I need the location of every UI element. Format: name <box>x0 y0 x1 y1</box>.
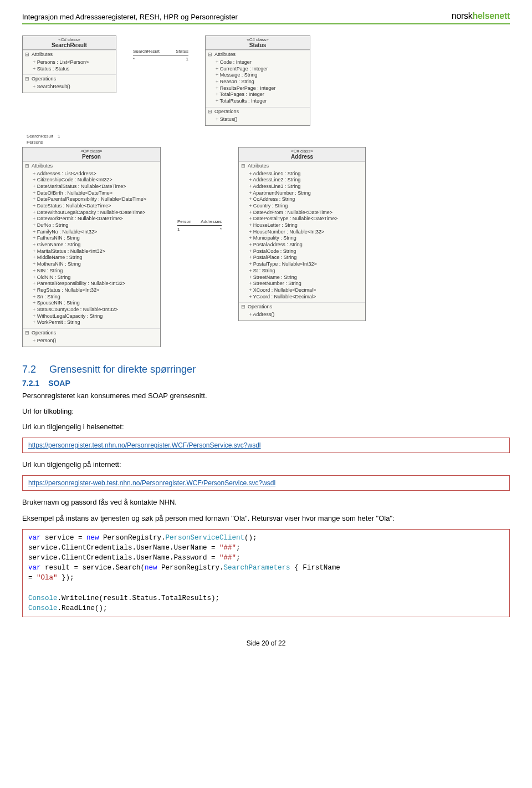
uml-attr: StatusCountyCode : Nullable<Int32> <box>33 307 157 313</box>
uml-operations-label: Operations <box>239 302 365 311</box>
uml-stereo: «C# class» <box>243 149 361 154</box>
uml-operations-label: Operations <box>23 74 116 83</box>
code-text: ; <box>236 554 241 562</box>
code-keyword: var <box>28 534 41 542</box>
uml-operations: Status() <box>206 115 310 125</box>
code-type: PersonServiceClient <box>166 534 245 542</box>
uml-attr: StreetName : String <box>249 274 362 281</box>
uml-class-person: «C# class» Person Attributes Addresses :… <box>22 147 161 347</box>
brand-logo: norskhelsenett <box>452 11 510 21</box>
heading-text: Grensesnitt for direkte spørringer <box>49 364 196 375</box>
uml-attr: CoAddress : String <box>249 196 362 203</box>
uml-attr: PostalAddress : String <box>249 242 362 248</box>
uml-attr: NIN : String <box>33 268 157 274</box>
uml-operations: Person() <box>23 337 160 347</box>
uml-attr: DateWorkPermit : Nullable<DateTime> <box>33 216 157 222</box>
url-box: https://personregister-web.test.nhn.no/P… <box>22 475 510 491</box>
uml-association: SearchResult Status * 1 <box>133 35 188 62</box>
assoc-role: Status <box>176 49 188 54</box>
uml-class-address: «C# class» Address Attributes AddressLin… <box>238 147 366 321</box>
uml-attr: WithoutLegalCapacity : String <box>33 313 157 320</box>
uml-attr: Addresses : List<Address> <box>33 171 157 177</box>
uml-attr: AddressLine1 : String <box>249 171 362 177</box>
uml-attr: AddressLine3 : String <box>249 184 362 190</box>
code-text: service.ClientCredentials.UserName.Passw… <box>28 554 219 562</box>
uml-class-status: «C# class» Status Attributes Code : Inte… <box>205 35 310 126</box>
assoc-mult: 1 <box>58 134 60 139</box>
code-type: Console <box>28 604 58 612</box>
page-title: Integrasjon med Adressseregisteret, RESH… <box>22 13 238 21</box>
uml-attributes: Addresses : List<Address> CitizenshipCod… <box>23 170 160 329</box>
logo-helsenett: helsenett <box>472 11 510 21</box>
uml-attr: PostalType : Nullable<Int32> <box>249 261 362 268</box>
uml-attr: Reason : String <box>216 79 306 85</box>
uml-diagram: «C# class» SearchResult Attributes Perso… <box>22 35 510 347</box>
assoc-mult: 1 <box>177 227 180 232</box>
uml-attr: RegStatus : Nullable<Int32> <box>33 287 157 294</box>
uml-op: Address() <box>249 312 362 318</box>
uml-attr: HouseLetter : String <box>249 222 362 229</box>
uml-attr: Sn : String <box>33 294 157 301</box>
body-text: Brukernavn og passord fås ved å kontakte… <box>22 497 510 507</box>
uml-attr: CurrentPage : Integer <box>216 66 306 73</box>
uml-attr: AddressLine2 : String <box>249 177 362 184</box>
assoc-role: Persons <box>27 140 510 145</box>
logo-norsk: norsk <box>452 11 473 21</box>
uml-op: Status() <box>216 116 306 123</box>
uml-stereo: «C# class» <box>27 149 156 154</box>
heading-number: 7.2 <box>22 364 36 375</box>
uml-attr: DateStatus : Nullable<DateTime> <box>33 203 157 210</box>
uml-attr: ResultsPerPage : Integer <box>216 85 306 92</box>
code-text: service = <box>41 534 87 542</box>
uml-attr: DateMaritalStatus : Nullable<DateTime> <box>33 184 157 190</box>
page-footer: Side 20 of 22 <box>22 639 510 647</box>
uml-attr: SpouseNIN : String <box>33 300 157 307</box>
uml-attr: CitizenshipCode : Nullable<Int32> <box>33 177 157 184</box>
assoc-role: Addresses <box>201 219 222 224</box>
code-string: "##" <box>219 544 236 552</box>
wsdl-link[interactable]: https://personregister-web.test.nhn.no/P… <box>28 479 275 487</box>
uml-attr: DufNo : String <box>33 222 157 229</box>
uml-attr: XCoord : Nullable<Decimal> <box>249 287 362 294</box>
code-string: "Ola" <box>37 574 58 582</box>
uml-attributes: Code : Integer CurrentPage : Integer Mes… <box>206 58 310 107</box>
uml-attr: DateOfBirth : Nullable<DateTime> <box>33 190 157 197</box>
wsdl-link[interactable]: https://personregister.test.nhn.no/Perso… <box>28 441 261 449</box>
uml-attr: Status : Status <box>33 66 112 73</box>
uml-class-name: Status <box>210 42 305 48</box>
uml-attr: DateAdrFrom : Nullable<DateTime> <box>249 210 362 216</box>
code-text: { FirstName <box>290 564 340 572</box>
code-sample: var service = new PersonRegistry.PersonS… <box>22 529 510 617</box>
uml-attr: MaritalStatus : Nullable<Int32> <box>33 248 157 255</box>
uml-attr: St : String <box>249 268 362 274</box>
url-box: https://personregister.test.nhn.no/Perso… <box>22 438 510 453</box>
uml-class-name: Address <box>243 154 361 160</box>
uml-stereo: «C# class» <box>27 37 111 42</box>
uml-attr: GivenName : String <box>33 242 157 248</box>
uml-attr: DateParentalResponsibility : Nullable<Da… <box>33 196 157 203</box>
uml-attr: MothersNIN : String <box>33 261 157 268</box>
subsection-heading: 7.2.1SOAP <box>22 379 510 388</box>
heading-number: 7.2.1 <box>22 379 39 388</box>
uml-attr: Message : String <box>216 72 306 79</box>
code-keyword: new <box>86 534 99 542</box>
body-text: Personregisteret kan konsumeres med SOAP… <box>22 391 510 401</box>
code-keyword: var <box>28 564 41 572</box>
uml-class-searchresult: «C# class» SearchResult Attributes Perso… <box>22 35 116 93</box>
uml-attr: HouseNumber : Nullable<Int32> <box>249 229 362 236</box>
code-text: PersonRegistry. <box>99 534 166 542</box>
uml-stereo: «C# class» <box>210 37 305 42</box>
code-text: (); <box>244 534 257 542</box>
uml-attributes-label: Attributes <box>239 161 365 170</box>
uml-attr: ParentalResponsibility : Nullable<Int32> <box>33 281 157 287</box>
uml-attr: FathersNIN : String <box>33 235 157 242</box>
uml-operations-label: Operations <box>206 107 310 115</box>
code-text: .WriteLine(result.Status.TotalResults); <box>58 594 220 602</box>
page-header: Integrasjon med Adressseregisteret, RESH… <box>22 11 510 24</box>
uml-attr: TotalResults : Integer <box>216 98 306 105</box>
uml-attr: StreetNumber : String <box>249 281 362 287</box>
uml-attr: TotalPages : Integer <box>216 91 306 98</box>
code-text: = <box>28 574 37 582</box>
uml-attributes-label: Attributes <box>23 50 116 58</box>
code-text: ; <box>236 544 241 552</box>
